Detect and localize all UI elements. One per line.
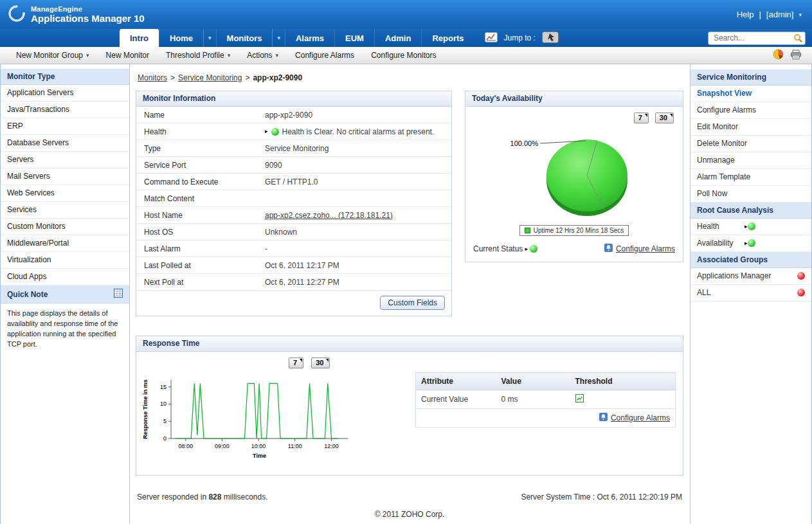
info-row: Last Polled atOct 6, 2011 12:17 PM: [136, 257, 451, 274]
sidebar-item[interactable]: Servers: [1, 152, 129, 168]
tab-monitors[interactable]: Monitors: [216, 29, 273, 47]
sidebar-item[interactable]: Mail Servers: [1, 168, 129, 185]
search-icon[interactable]: [793, 33, 803, 45]
help-link[interactable]: Help: [737, 10, 754, 19]
toolbar-item[interactable]: New Monitor Group ▾: [8, 47, 98, 64]
legend-label: Uptime 12 Hrs 20 Mins 18 Secs: [534, 227, 624, 234]
pie-chart-icon[interactable]: [773, 49, 784, 62]
breadcrumb-link-service-monitoring[interactable]: Service Monitoring: [178, 73, 242, 82]
jump-to-label: Jump to :: [504, 33, 536, 42]
chevron-down-icon[interactable]: ▾: [798, 12, 802, 18]
sidebar-items: Application Servers Java/Transactions ER…: [1, 85, 129, 285]
root-cause-header: Root Cause Analysis: [690, 203, 811, 219]
sidebar-item[interactable]: Web Services: [1, 185, 129, 202]
rca-availability-row[interactable]: Availability ▸: [690, 235, 811, 252]
sidebar-link-unmanage[interactable]: Unmanage: [690, 152, 811, 169]
svg-text:08:00: 08:00: [178, 443, 193, 449]
breadcrumb-link-monitors[interactable]: Monitors: [138, 73, 167, 82]
sidebar-item[interactable]: Virtualization: [1, 252, 129, 269]
response-time-panel: Response Time 7 30 05101508:0009:0010:00…: [136, 336, 683, 476]
svg-text:09:00: 09:00: [215, 443, 230, 449]
sidebar-link-poll-now[interactable]: Poll Now: [690, 186, 811, 203]
alarm-bell-icon: [604, 244, 613, 254]
configure-alarms: Configure Alarms: [604, 244, 675, 254]
tab-home-dropdown-icon[interactable]: ▾: [203, 29, 216, 47]
host-name-link[interactable]: app-xp2.csez.zoho... (172.18.181.21): [265, 211, 393, 220]
action-toolbar: New Monitor Group ▾ New Monitor ▾ Thresh…: [0, 47, 812, 64]
svg-text:10:00: 10:00: [251, 443, 266, 449]
range-30-button[interactable]: 30: [311, 357, 330, 368]
tab-reports[interactable]: Reports: [421, 29, 474, 47]
monitor-information-panel: Monitor Information Nameapp-xp2-9090 Hea…: [136, 91, 452, 316]
range-7-button[interactable]: 7: [289, 357, 303, 368]
toolbar-item[interactable]: Threshold Profile ▾: [158, 47, 239, 64]
sidebar-item[interactable]: Java/Transactions: [1, 102, 129, 118]
notes-grid-icon: [114, 289, 123, 300]
svg-text:15: 15: [160, 384, 167, 390]
sidebar-item[interactable]: Database Servers: [1, 135, 129, 152]
info-row-hostname: Host Nameapp-xp2.csez.zoho... (172.18.18…: [136, 207, 451, 224]
jump-to-icon[interactable]: [542, 32, 559, 45]
toolbar-item[interactable]: Actions ▾: [239, 47, 287, 64]
availability-green-icon: [748, 239, 755, 247]
table-row: Current Value 0 ms: [416, 390, 676, 409]
svg-text:Time: Time: [253, 453, 266, 459]
group-applications-manager[interactable]: Applications Manager: [690, 268, 811, 285]
logo-brand: ManageEngine: [31, 5, 145, 13]
chevron-down-icon: ▾: [86, 52, 89, 59]
response-time-line-chart: 05101508:0009:0010:0011:0012:00Response …: [139, 372, 354, 464]
toolbar-item[interactable]: Configure Monitors ▾: [363, 47, 444, 64]
tab-home[interactable]: Home: [159, 29, 203, 47]
breadcrumb-current: app-xp2-9090: [253, 73, 302, 82]
mini-graph-icon[interactable]: [485, 32, 498, 44]
threshold-chart-icon[interactable]: [575, 395, 584, 404]
status-arrow-icon: ▸: [525, 246, 528, 252]
col-attribute: Attribute: [416, 373, 496, 390]
server-response-text: Server responded in 828 milliseconds.: [137, 492, 268, 501]
nav-right-section: Jump to :: [474, 29, 812, 47]
sidebar-item[interactable]: Middleware/Portal: [1, 235, 129, 252]
legend-swatch: [525, 228, 530, 233]
group-status-icon: [797, 272, 805, 280]
status-arrow-icon: ▸: [744, 240, 748, 246]
tab-intro[interactable]: Intro: [120, 29, 159, 47]
info-row: Service Port9090: [136, 157, 451, 174]
toolbar-item[interactable]: Configure Alarms ▾: [287, 47, 363, 64]
info-row-health: Health ▸ Health is Clear. No critical al…: [136, 123, 451, 140]
configure-alarms-link[interactable]: Configure Alarms: [616, 244, 675, 253]
sidebar-link-edit-monitor[interactable]: Edit Monitor: [690, 119, 811, 136]
tab-alarms[interactable]: Alarms: [285, 29, 334, 47]
svg-text:5: 5: [163, 418, 167, 424]
sidebar-item[interactable]: Application Servers: [1, 85, 129, 102]
printer-icon[interactable]: [790, 50, 802, 62]
availability-pie-chart: 100.00%: [465, 123, 683, 225]
logo-product: Applications Manager 10: [31, 13, 145, 24]
service-monitoring-header: Service Monitoring: [690, 69, 811, 86]
sidebar-link-snapshot-view[interactable]: Snapshot View: [690, 86, 811, 102]
sidebar-item[interactable]: Custom Monitors: [1, 219, 129, 235]
range-7-button[interactable]: 7: [634, 113, 649, 123]
sidebar-item[interactable]: Cloud Apps: [1, 269, 129, 285]
user-menu[interactable]: [admin]: [766, 10, 794, 19]
tab-admin[interactable]: Admin: [374, 29, 421, 47]
sidebar-link-alarm-template[interactable]: Alarm Template: [690, 169, 811, 186]
sidebar-item[interactable]: Services: [1, 202, 129, 219]
tab-eum[interactable]: EUM: [334, 29, 374, 47]
sidebar-link-configure-alarms[interactable]: Configure Alarms: [690, 102, 811, 119]
manageengine-swirl-icon: [8, 5, 26, 24]
sidebar-title: Monitor Type: [1, 69, 129, 85]
custom-fields-button[interactable]: Custom Fields: [380, 296, 445, 310]
tab-monitors-dropdown-icon[interactable]: ▾: [272, 29, 285, 47]
header-links: Help | [admin] ▾: [737, 10, 802, 19]
sidebar-link-delete-monitor[interactable]: Delete Monitor: [690, 136, 811, 152]
toolbar-item[interactable]: New Monitor ▾: [98, 47, 158, 64]
copyright: © 2011 ZOHO Corp.: [136, 501, 683, 524]
range-30-button[interactable]: 30: [655, 113, 674, 123]
sidebar-item[interactable]: ERP: [1, 118, 129, 135]
configure-alarms-link[interactable]: Configure Alarms: [611, 413, 670, 422]
search-box: [708, 32, 806, 45]
search-input[interactable]: [708, 32, 806, 45]
availability-panel: Today's Availability 7 30: [465, 91, 683, 262]
rca-health-row[interactable]: Health ▸: [690, 219, 811, 235]
group-all[interactable]: ALL: [690, 285, 811, 302]
